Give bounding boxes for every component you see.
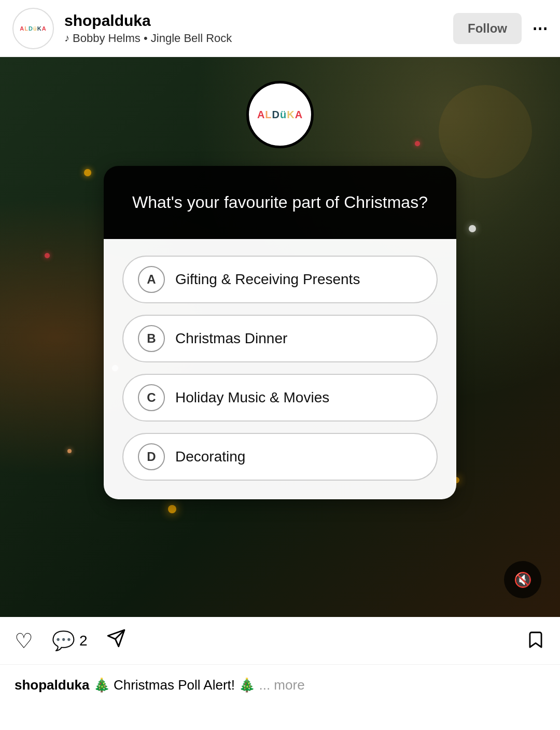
caption-more[interactable]: ... more [259, 677, 304, 693]
share-button[interactable] [106, 628, 126, 653]
mute-button[interactable]: 🔇 [504, 561, 541, 598]
comment-icon: 💬 [52, 631, 75, 650]
media-logo-text: ALDüKA [257, 109, 303, 121]
post-media: ALDüKA What's your favourite part of Chr… [0, 57, 560, 617]
poll-question-text: What's your favourite part of Christmas? [132, 193, 428, 212]
more-options-button[interactable]: ⋯ [532, 19, 548, 37]
like-button[interactable]: ♡ [15, 630, 33, 651]
option-text-b: Christmas Dinner [175, 330, 287, 347]
bookmark-button[interactable] [526, 630, 545, 651]
poll-option-d[interactable]: D Decorating [122, 433, 438, 481]
option-letter-b: B [138, 325, 165, 352]
caption-section: shopalduka 🎄 Christmas Poll Alert! 🎄 ...… [0, 665, 560, 712]
option-letter-d: D [138, 443, 165, 470]
option-text-c: Holiday Music & Movies [175, 389, 329, 406]
option-letter-a: A [138, 266, 165, 293]
username-label[interactable]: shopalduka [64, 12, 453, 30]
poll-card: What's your favourite part of Christmas?… [104, 166, 456, 499]
header-info: shopalduka ♪ Bobby Helms • Jingle Bell R… [64, 12, 453, 45]
comment-button[interactable]: 💬 2 [52, 631, 88, 650]
caption-username[interactable]: shopalduka [15, 677, 89, 693]
caption-text: shopalduka 🎄 Christmas Poll Alert! 🎄 ...… [15, 677, 305, 693]
poll-option-a[interactable]: A Gifting & Receiving Presents [122, 256, 438, 303]
share-icon [106, 628, 126, 653]
poll-option-c[interactable]: C Holiday Music & Movies [122, 374, 438, 422]
option-letter-c: C [138, 384, 165, 411]
song-text: Bobby Helms • Jingle Bell Rock [73, 32, 232, 45]
option-text-a: Gifting & Receiving Presents [175, 271, 360, 288]
song-info: ♪ Bobby Helms • Jingle Bell Rock [64, 32, 453, 45]
actions-bar: ♡ 💬 2 [0, 617, 560, 665]
mute-icon: 🔇 [514, 571, 532, 588]
music-note-icon: ♪ [64, 32, 69, 44]
media-profile-logo[interactable]: ALDüKA [246, 81, 314, 148]
option-text-d: Decorating [175, 448, 245, 465]
follow-button[interactable]: Follow [453, 13, 522, 44]
bookmark-icon [526, 630, 545, 651]
heart-icon: ♡ [15, 630, 33, 651]
comment-count: 2 [79, 633, 88, 649]
poll-option-b[interactable]: B Christmas Dinner [122, 315, 438, 362]
poll-question-section: What's your favourite part of Christmas? [104, 166, 456, 239]
caption-body: 🎄 Christmas Poll Alert! 🎄 [93, 677, 256, 693]
poll-options-section: A Gifting & Receiving Presents B Christm… [104, 239, 456, 499]
avatar-logo: ALDüKA [20, 25, 46, 32]
avatar[interactable]: ALDüKA [12, 8, 54, 49]
post-header: ALDüKA shopalduka ♪ Bobby Helms • Jingle… [0, 0, 560, 57]
